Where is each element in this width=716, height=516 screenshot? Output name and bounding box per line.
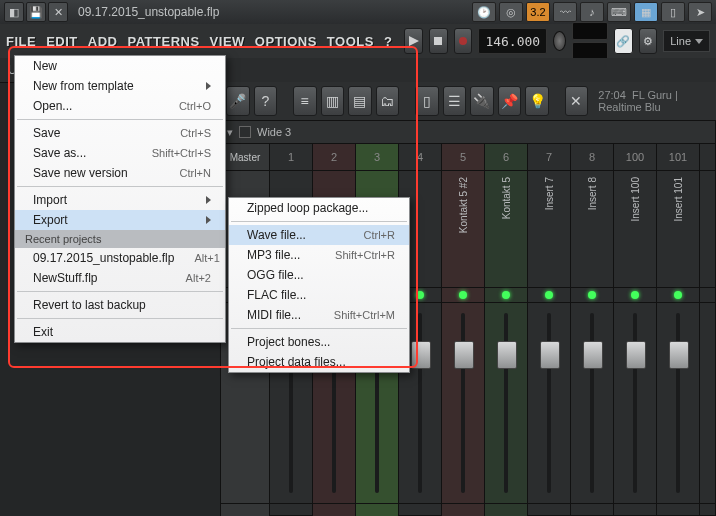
close-all-icon[interactable]: ✕	[565, 86, 589, 116]
help-icon[interactable]: ?	[254, 86, 278, 116]
link-icon[interactable]: 🔗	[614, 28, 633, 54]
track-cell[interactable]: 6	[485, 144, 528, 170]
export-flac[interactable]: FLAC file...	[229, 285, 409, 305]
menu-edit[interactable]: EDIT	[46, 34, 78, 49]
track-cell[interactable]	[528, 504, 571, 516]
fader-cap[interactable]	[626, 341, 646, 369]
track-led[interactable]	[674, 291, 682, 299]
track-led[interactable]	[631, 291, 639, 299]
track-led[interactable]	[502, 291, 510, 299]
preset-icon[interactable]	[239, 126, 251, 138]
export-midi[interactable]: MIDI file...Shift+Ctrl+M	[229, 305, 409, 325]
counter-display[interactable]: 3.2	[526, 2, 550, 22]
track-cell[interactable]: 3	[356, 144, 399, 170]
close-icon[interactable]: ✕	[48, 2, 68, 22]
export-zipped[interactable]: Zipped loop package...	[229, 198, 409, 218]
track-cell[interactable]: Insert 101	[657, 171, 700, 287]
track-cell[interactable]: Insert 100	[614, 171, 657, 287]
menu-exit[interactable]: Exit	[15, 322, 225, 342]
menu-import[interactable]: Import	[15, 190, 225, 210]
track-cell[interactable]	[657, 504, 700, 516]
track-cell[interactable]	[571, 504, 614, 516]
track-cell[interactable]	[270, 504, 313, 516]
menu-tools[interactable]: TOOLS	[327, 34, 374, 49]
track-led[interactable]	[545, 291, 553, 299]
export-project-bones[interactable]: Project bones...	[229, 332, 409, 352]
track-cell[interactable]	[399, 504, 442, 516]
track-cell[interactable]: 8	[571, 144, 614, 170]
track-cell[interactable]	[528, 303, 571, 503]
stop-button[interactable]	[429, 28, 448, 54]
metronome-icon[interactable]: 🕑	[472, 2, 496, 22]
export-wave[interactable]: Wave file...Ctrl+R	[229, 225, 409, 245]
track-cell[interactable]	[313, 504, 356, 516]
piano-icon[interactable]: ▤	[348, 86, 372, 116]
fader-cap[interactable]	[540, 341, 560, 369]
track-cell[interactable]: 5	[442, 144, 485, 170]
menu-export[interactable]: Export	[15, 210, 225, 230]
track-cell[interactable]: Kontakt 5	[485, 171, 528, 287]
track-cell[interactable]	[571, 288, 614, 302]
menu-save-new-version[interactable]: Save new versionCtrl+N	[15, 163, 225, 183]
fader-cap[interactable]	[583, 341, 603, 369]
mixer-icon[interactable]: ☰	[443, 86, 467, 116]
sysmenu-icon[interactable]: ◧	[4, 2, 24, 22]
lcd-top[interactable]	[572, 22, 608, 40]
menu-help[interactable]: ?	[384, 34, 392, 49]
track-cell[interactable]: Insert 7	[528, 171, 571, 287]
menu-options[interactable]: OPTIONS	[255, 34, 317, 49]
arrow-icon[interactable]: ➤	[688, 2, 712, 22]
mixer-view-label[interactable]: Wide 3	[257, 126, 291, 138]
menu-patterns[interactable]: PATTERNS	[127, 34, 199, 49]
track-cell[interactable]	[442, 303, 485, 503]
master-head[interactable]	[221, 504, 270, 516]
master-head[interactable]: Master	[221, 144, 270, 170]
track-cell[interactable]	[657, 303, 700, 503]
step-icon[interactable]: ▥	[321, 86, 345, 116]
menu-view[interactable]: VIEW	[210, 34, 245, 49]
mic-icon[interactable]: 🎤	[226, 86, 250, 116]
track-cell[interactable]	[528, 288, 571, 302]
browser-icon[interactable]: 🗂	[376, 86, 400, 116]
menu-recent-1[interactable]: 09.17.2015_unstopable.flpAlt+1	[15, 248, 225, 268]
menu-add[interactable]: ADD	[88, 34, 118, 49]
track-cell[interactable]: 2	[313, 144, 356, 170]
track-cell[interactable]	[442, 504, 485, 516]
export-project-data[interactable]: Project data files...	[229, 352, 409, 372]
track-cell[interactable]	[657, 288, 700, 302]
music-icon[interactable]: ♪	[580, 2, 604, 22]
track-cell[interactable]: 101	[657, 144, 700, 170]
tempo-display[interactable]: 146.000	[478, 28, 547, 54]
stack-icon[interactable]: ▯	[415, 86, 439, 116]
export-mp3[interactable]: MP3 file...Shift+Ctrl+R	[229, 245, 409, 265]
track-led[interactable]	[588, 291, 596, 299]
fader-cap[interactable]	[497, 341, 517, 369]
menu-save[interactable]: SaveCtrl+S	[15, 123, 225, 143]
menu-file[interactable]: FILE	[6, 34, 36, 49]
track-cell[interactable]: 4	[399, 144, 442, 170]
swing-knob[interactable]	[553, 31, 566, 51]
save-quick-icon[interactable]: 💾	[26, 2, 46, 22]
fader-cap[interactable]	[669, 341, 689, 369]
track-led[interactable]	[416, 291, 424, 299]
track-cell[interactable]	[485, 504, 528, 516]
track-cell[interactable]	[485, 303, 528, 503]
typing-icon[interactable]: ⌨	[607, 2, 631, 22]
track-cell[interactable]	[614, 504, 657, 516]
mixer-menu-icon[interactable]: ▾	[227, 126, 233, 139]
plugin-icon[interactable]: 🔌	[470, 86, 494, 116]
track-led[interactable]	[459, 291, 467, 299]
track-cell[interactable]	[571, 303, 614, 503]
export-ogg[interactable]: OGG file...	[229, 265, 409, 285]
track-cell[interactable]	[356, 504, 399, 516]
fader-cap[interactable]	[454, 341, 474, 369]
panel-icon[interactable]: ▯	[661, 2, 685, 22]
menu-revert[interactable]: Revert to last backup	[15, 295, 225, 315]
grid-icon[interactable]: ▦	[634, 2, 658, 22]
target-icon[interactable]: ◎	[499, 2, 523, 22]
menu-new[interactable]: New	[15, 56, 225, 76]
menu-save-as[interactable]: Save as...Shift+Ctrl+S	[15, 143, 225, 163]
record-button[interactable]	[454, 28, 473, 54]
track-cell[interactable]	[485, 288, 528, 302]
track-cell[interactable]: 1	[270, 144, 313, 170]
